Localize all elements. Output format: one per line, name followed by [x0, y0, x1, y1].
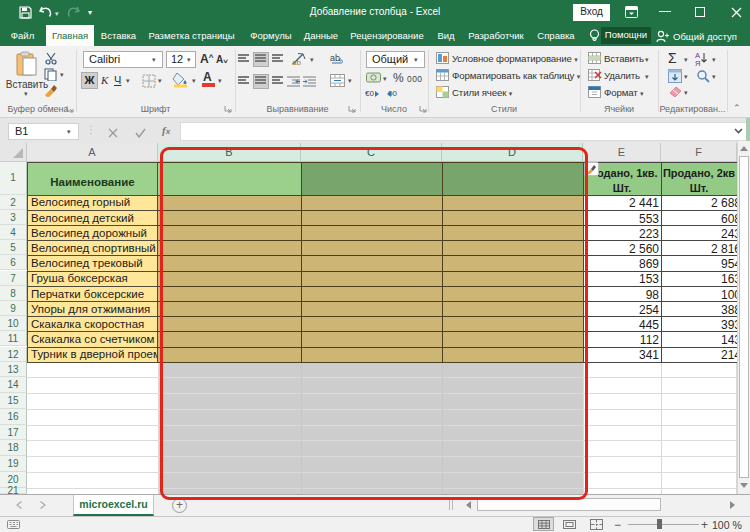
svg-text:€0: €0 — [365, 89, 374, 98]
svg-text:ab: ab — [330, 53, 340, 63]
svg-text:Я: Я — [695, 59, 700, 67]
svg-text:ab: ab — [292, 58, 301, 66]
